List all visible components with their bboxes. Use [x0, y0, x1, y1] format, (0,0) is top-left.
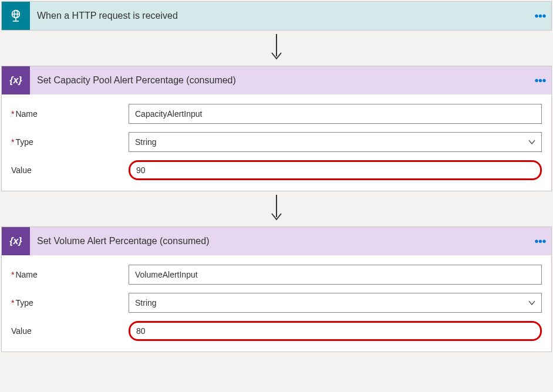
- volume-type-label: Type: [11, 298, 129, 307]
- connector-arrow: [1, 192, 552, 225]
- volume-value-input[interactable]: [129, 321, 542, 341]
- trigger-title: When a HTTP request is received: [30, 11, 528, 21]
- set-capacity-title: Set Capacity Pool Alert Percentage (cons…: [30, 75, 528, 86]
- capacity-value-row: Value: [11, 160, 542, 180]
- capacity-type-select[interactable]: [129, 132, 542, 152]
- trigger-card: When a HTTP request is received • • •: [1, 1, 552, 31]
- variable-icon: {x}: [2, 227, 30, 255]
- capacity-value-input[interactable]: [129, 160, 542, 180]
- trigger-menu-button[interactable]: • • •: [528, 2, 551, 30]
- volume-value-label: Value: [11, 326, 129, 336]
- volume-name-row: Name: [11, 265, 542, 285]
- set-volume-body: Name Type Value: [2, 255, 551, 352]
- set-volume-title: Set Volume Alert Percentage (consumed): [30, 236, 528, 246]
- set-capacity-pool-alert-header[interactable]: {x} Set Capacity Pool Alert Percentage (…: [2, 66, 551, 94]
- variable-icon: {x}: [2, 66, 30, 94]
- set-volume-alert-header[interactable]: {x} Set Volume Alert Percentage (consume…: [2, 227, 551, 255]
- capacity-value-label: Value: [11, 165, 129, 175]
- set-volume-alert-card: {x} Set Volume Alert Percentage (consume…: [1, 227, 552, 352]
- capacity-name-input[interactable]: [129, 104, 542, 124]
- set-capacity-body: Name Type Value: [2, 94, 551, 191]
- volume-name-label: Name: [11, 270, 129, 279]
- volume-value-row: Value: [11, 321, 542, 341]
- trigger-header[interactable]: When a HTTP request is received • • •: [2, 2, 551, 30]
- connector-arrow: [1, 32, 552, 65]
- logic-app-canvas: When a HTTP request is received • • • {x…: [1, 1, 552, 352]
- set-capacity-pool-alert-card: {x} Set Capacity Pool Alert Percentage (…: [1, 66, 552, 191]
- set-volume-menu-button[interactable]: • • •: [528, 227, 551, 255]
- capacity-type-row: Type: [11, 132, 542, 152]
- set-capacity-menu-button[interactable]: • • •: [528, 66, 551, 94]
- capacity-name-label: Name: [11, 109, 129, 119]
- volume-type-row: Type: [11, 293, 542, 313]
- http-request-icon: [2, 2, 30, 30]
- volume-type-select[interactable]: [129, 293, 542, 313]
- capacity-type-label: Type: [11, 137, 129, 147]
- volume-name-input[interactable]: [129, 265, 542, 285]
- capacity-name-row: Name: [11, 104, 542, 124]
